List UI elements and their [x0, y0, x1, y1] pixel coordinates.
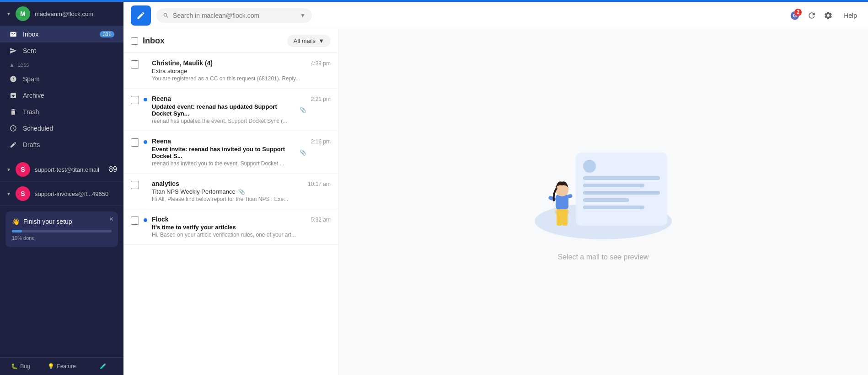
email-time: 2:16 pm	[311, 137, 331, 145]
email-body: analytics Titan NPS Weekly Performance 📎…	[152, 180, 303, 202]
search-dropdown-button[interactable]: ▼	[300, 12, 305, 19]
email-preview: reenad has updated the event. Support Do…	[152, 118, 306, 124]
email-list: Inbox All mails ▼ Christine, Maulik (4)	[123, 29, 338, 375]
inbox-label: Inbox	[23, 31, 38, 38]
chevron-down-icon: ▼	[6, 11, 11, 16]
trash-label: Trash	[23, 108, 39, 116]
email-checkbox[interactable]	[131, 60, 139, 69]
attachment-icon: 📎	[300, 107, 306, 113]
progress-bar-background	[12, 230, 112, 232]
email-preview: reenad has invited you to the event. Sup…	[152, 160, 306, 167]
avatar-support-test: S	[16, 162, 30, 177]
help-button[interactable]: Help	[840, 10, 861, 21]
account-support-invoices[interactable]: ▼ S support-invoices@fl...49650	[0, 182, 123, 206]
support-test-badge: 89	[109, 165, 117, 174]
inbox-badge: 331	[100, 31, 114, 37]
avatar-maclean: M	[16, 6, 30, 21]
illus-card	[576, 153, 667, 226]
email-checkbox[interactable]	[131, 96, 139, 104]
chevron-down-icon-3: ▼	[6, 191, 11, 196]
unread-indicator	[144, 140, 147, 144]
email-list-header: Inbox All mails ▼	[123, 29, 338, 53]
inbox-icon	[9, 30, 17, 38]
illustration-container	[530, 143, 676, 244]
account-maclean[interactable]: ▼ M macleanm@flock.com	[0, 2, 123, 26]
email-time: 4:39 pm	[311, 59, 331, 67]
drafts-label: Drafts	[23, 141, 40, 148]
sidebar-item-trash[interactable]: Trash	[0, 104, 123, 120]
setup-card-close-button[interactable]: ×	[109, 215, 113, 223]
settings-button[interactable]	[824, 11, 833, 20]
email-preview: You are registered as a CC on this reque…	[152, 75, 306, 82]
sidebar-item-drafts[interactable]: Drafts	[0, 137, 123, 153]
svg-rect-4	[562, 207, 568, 226]
trash-icon	[9, 108, 17, 116]
progress-label: 10% done	[12, 235, 112, 241]
avatar-support-invoices: S	[16, 186, 30, 201]
illus-figure	[544, 175, 580, 235]
email-row[interactable]: Flock It's time to verify your articles …	[123, 209, 338, 245]
email-preview: Hi, Based on your article verification r…	[152, 232, 306, 238]
bug-tab[interactable]: 🐛 Bug	[0, 358, 41, 375]
search-input[interactable]	[173, 12, 296, 19]
feature-label: Feature	[57, 363, 75, 370]
search-icon	[163, 12, 169, 19]
illus-line	[583, 184, 644, 187]
email-row[interactable]: Reena Updated event: reenad has updated …	[123, 89, 338, 131]
preview-pane: Select a mail to see preview	[338, 29, 868, 375]
preview-illustration: Select a mail to see preview	[530, 143, 676, 261]
compose-button[interactable]	[131, 5, 151, 26]
drafts-icon	[9, 141, 17, 149]
spam-icon	[9, 75, 17, 83]
email-row[interactable]: analytics Titan NPS Weekly Performance 📎…	[123, 174, 338, 209]
svg-rect-6	[548, 195, 556, 201]
email-body: Flock It's time to verify your articles …	[152, 216, 306, 238]
lab-tab[interactable]: 🧪	[82, 358, 123, 375]
email-subject: Titan NPS Weekly Performance 📎	[152, 188, 303, 195]
attachment-icon: 📎	[300, 149, 306, 156]
less-section[interactable]: ▲ Less	[0, 59, 123, 71]
notifications-button[interactable]: G 2	[790, 11, 800, 21]
email-checkbox[interactable]	[131, 217, 139, 225]
feature-tab[interactable]: 💡 Feature	[41, 358, 82, 375]
email-subject: Updated event: reenad has updated Suppor…	[152, 103, 306, 117]
scheduled-label: Scheduled	[23, 125, 53, 132]
main-layout: ▼ M macleanm@flock.com Inbox 331 Sent ▲ …	[0, 2, 868, 375]
sidebar-item-archive[interactable]: Archive	[0, 87, 123, 104]
sidebar-item-scheduled[interactable]: Scheduled	[0, 120, 123, 137]
refresh-button[interactable]	[807, 11, 816, 20]
illus-line	[583, 206, 644, 209]
email-checkbox[interactable]	[131, 138, 139, 147]
email-time: 2:21 pm	[311, 95, 331, 102]
progress-bar-fill	[12, 230, 22, 232]
account-email-support-test: support-test@titan.email	[35, 166, 104, 173]
sent-label: Sent	[23, 47, 36, 54]
account-support-test[interactable]: ▼ S support-test@titan.email 89	[0, 158, 123, 182]
bug-icon: 🐛	[11, 363, 18, 370]
email-checkbox[interactable]	[131, 181, 139, 189]
sidebar-item-spam[interactable]: Spam	[0, 71, 123, 87]
email-rows: Christine, Maulik (4) Extra storage You …	[123, 53, 338, 375]
setup-card: × 👋 Finish your setup 10% done	[5, 211, 118, 247]
account-email-support-invoices: support-invoices@fl...49650	[35, 190, 117, 197]
email-sender: Christine, Maulik (4)	[152, 59, 306, 67]
archive-label: Archive	[23, 92, 44, 99]
sent-icon	[9, 47, 17, 55]
email-row[interactable]: Reena Event invite: reenad has invited y…	[123, 131, 338, 174]
email-row[interactable]: Christine, Maulik (4) Extra storage You …	[123, 53, 338, 89]
email-subject: It's time to verify your articles	[152, 224, 306, 231]
attachment-icon: 📎	[238, 189, 245, 195]
less-label: Less	[17, 62, 29, 68]
sidebar-item-sent[interactable]: Sent	[0, 42, 123, 59]
chevron-down-icon-2: ▼	[6, 167, 11, 172]
archive-icon	[9, 91, 17, 100]
preview-select-label: Select a mail to see preview	[557, 253, 648, 261]
email-time: 5:32 am	[311, 216, 331, 223]
illus-line	[583, 176, 660, 180]
scheduled-icon	[9, 124, 17, 132]
svg-rect-3	[557, 207, 562, 226]
select-all-checkbox[interactable]	[131, 37, 138, 45]
illus-avatar	[583, 160, 596, 173]
sidebar-item-inbox[interactable]: Inbox 331	[0, 26, 123, 42]
filter-button[interactable]: All mails ▼	[287, 35, 331, 47]
